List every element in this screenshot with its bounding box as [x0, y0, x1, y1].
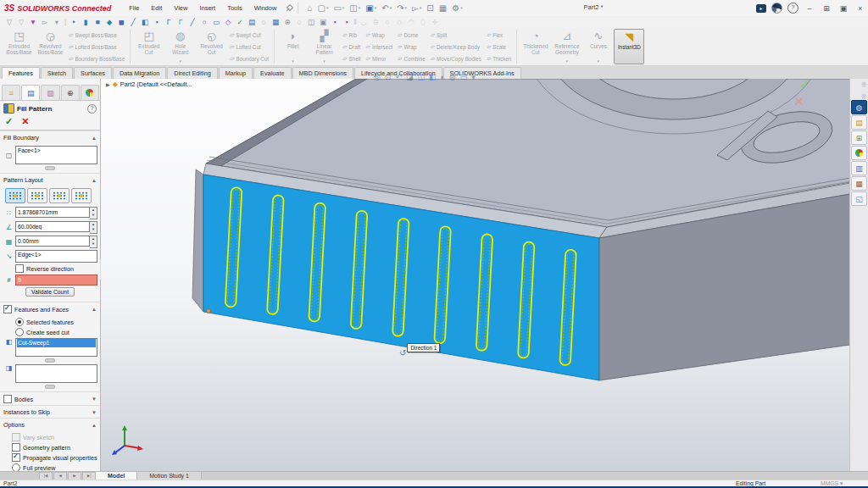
- collapse-chevron-icon[interactable]: ▲: [92, 178, 97, 183]
- minimize-button[interactable]: –: [804, 1, 815, 16]
- direction-rotate-handle-icon[interactable]: ↺: [399, 348, 406, 358]
- previous-view-icon[interactable]: ↶: [395, 72, 402, 82]
- expand-chevron-icon[interactable]: ▼: [92, 396, 97, 402]
- appearances-tab-icon[interactable]: [851, 146, 867, 160]
- create-seed-cut-radio[interactable]: [15, 328, 24, 336]
- section-view-icon[interactable]: ◪: [406, 72, 414, 82]
- model-left-side-face[interactable]: [192, 169, 203, 312]
- design-library-tab-icon[interactable]: ⊞: [851, 130, 867, 145]
- expand-chevron-icon[interactable]: ▼: [92, 410, 97, 415]
- hole-wizard-button[interactable]: ◍Hole Wizard▾: [164, 29, 196, 64]
- custom-properties-tab-icon[interactable]: ▥: [851, 161, 867, 175]
- caret-icon[interactable]: ▾: [51, 17, 63, 28]
- full-preview-radio[interactable]: [12, 463, 20, 471]
- expand-arrow-icon[interactable]: ▶: [106, 81, 110, 87]
- revolved-cut-button[interactable]: ◵Revolved Cut: [196, 29, 227, 64]
- featuremanager-tree-tab[interactable]: ≡: [2, 85, 20, 100]
- options-header[interactable]: Options ▲: [0, 418, 100, 430]
- print-icon[interactable]: ▣▾: [364, 3, 378, 14]
- forum-tab-icon[interactable]: ◱: [851, 191, 867, 206]
- sketch-point-icon[interactable]: •: [68, 17, 80, 28]
- intersect-button[interactable]: ▱Intersect: [366, 43, 393, 50]
- menu-tools[interactable]: Tools: [221, 2, 248, 14]
- caret-down-icon[interactable]: ▾: [323, 58, 326, 64]
- reverse-direction-checkbox[interactable]: [15, 264, 24, 273]
- collapse-chevron-icon[interactable]: ▲: [92, 423, 97, 428]
- spinner[interactable]: ▲▼: [90, 207, 97, 219]
- section-cube-icon[interactable]: ◫: [305, 17, 317, 28]
- diamond-tool-icon[interactable]: ◇: [222, 17, 234, 28]
- sheet-icon[interactable]: ▦: [437, 3, 448, 14]
- features-to-pattern-box[interactable]: Cut-Sweep1: [15, 338, 97, 357]
- view-circle-icon[interactable]: ○: [381, 17, 393, 28]
- tab-evaluate[interactable]: Evaluate: [253, 67, 291, 79]
- attach-icon[interactable]: ⊡: [425, 3, 435, 14]
- instances-to-skip-header[interactable]: Instances to Skip ▼: [0, 405, 100, 418]
- restore-button[interactable]: ▣: [837, 1, 849, 16]
- view-minus-icon[interactable]: ⊖: [370, 17, 381, 28]
- resize-handle[interactable]: [45, 385, 55, 389]
- features-faces-checkbox[interactable]: [3, 305, 12, 313]
- slash-tool-icon[interactable]: ╱: [186, 17, 198, 28]
- margin-input[interactable]: [15, 236, 90, 247]
- scale-button[interactable]: ▱Scale: [487, 43, 511, 50]
- selected-features-radio[interactable]: [15, 318, 24, 326]
- instance-spacing-input[interactable]: [15, 207, 90, 218]
- fillet-button[interactable]: ◗Fillet▾: [277, 29, 309, 64]
- split-button[interactable]: ▱Split: [431, 31, 481, 38]
- spinner[interactable]: ▲▼: [90, 221, 97, 234]
- wrap-button[interactable]: ▱Wrap: [366, 31, 393, 38]
- tab-direct-editing[interactable]: Direct Editing: [167, 67, 217, 79]
- view-settings-icon[interactable]: ▭: [460, 72, 468, 82]
- axis-tool-icon[interactable]: ⊕: [281, 17, 293, 28]
- open-document-icon[interactable]: ▭▾: [331, 3, 346, 14]
- menu-edit[interactable]: Edit: [145, 2, 168, 14]
- table-tool-icon[interactable]: ▤: [246, 17, 258, 28]
- flyout-feature-tree[interactable]: ▶ ◆ Part2 (Default <<Default...: [106, 80, 192, 88]
- file-explorer-tab-icon[interactable]: ▤: [851, 115, 867, 130]
- select-tool-icon[interactable]: ▻▾: [410, 3, 423, 14]
- shell-button[interactable]: ▱Shell: [342, 55, 360, 62]
- filter-down-icon[interactable]: ▽: [3, 17, 15, 28]
- faces-to-pattern-box[interactable]: [15, 364, 97, 383]
- redo-icon[interactable]: ↷▾: [395, 3, 409, 14]
- direction-callout[interactable]: ↺ Direction 1: [399, 343, 440, 358]
- view-settings-caret[interactable]: ▾: [471, 72, 476, 82]
- pin-menu-icon[interactable]: [284, 4, 292, 13]
- edit-appearance-icon[interactable]: ◍: [449, 72, 456, 82]
- geometry-pattern-checkbox[interactable]: [12, 443, 20, 452]
- search-glass-icon[interactable]: ◌: [258, 17, 270, 28]
- thicken-button[interactable]: ▱Thicken: [487, 55, 511, 62]
- mirror-button[interactable]: ▱Mirror: [366, 55, 393, 62]
- menu-window[interactable]: Window: [248, 2, 283, 14]
- corner-tool-icon[interactable]: Γ: [163, 17, 175, 28]
- caret-down-icon[interactable]: ▾: [598, 58, 600, 64]
- teal-solid-icon[interactable]: ◆: [103, 17, 115, 28]
- tab-surfaces[interactable]: Surfaces: [74, 67, 112, 79]
- pattern-direction-box[interactable]: Edge<1>: [15, 250, 97, 263]
- move-copy-bodies-button[interactable]: ▱Move/Copy Bodies: [431, 55, 481, 62]
- square-layout-button[interactable]: [49, 188, 70, 203]
- displaymanager-tab[interactable]: [81, 85, 99, 100]
- shape-round-icon[interactable]: ◠: [405, 17, 417, 28]
- home-icon[interactable]: ⌂: [305, 3, 314, 14]
- options-gear-icon[interactable]: ⚙▾: [450, 3, 464, 14]
- close-button[interactable]: ×: [854, 1, 866, 16]
- tab-features[interactable]: Features: [2, 67, 40, 79]
- small-dot-icon[interactable]: ▪: [151, 17, 163, 28]
- extruded-boss-base-button[interactable]: ◳Extruded Boss/Base: [3, 29, 35, 64]
- graphics-viewport[interactable]: ▶ ◆ Part2 (Default <<Default... ◎⊡↶◪◫◧◐◍…: [101, 79, 850, 471]
- draft-button[interactable]: ▱Draft: [342, 43, 360, 50]
- instant3d-button[interactable]: ◥Instant3D: [614, 29, 644, 64]
- instance-count-input[interactable]: [15, 274, 97, 286]
- boundary-cut-button[interactable]: ▱Boundary Cut: [230, 55, 269, 62]
- zoom-area-icon[interactable]: ⊡: [385, 72, 392, 82]
- linear-pattern-button[interactable]: ▞Linear Pattern▾: [309, 29, 340, 64]
- toolbox-tab-icon[interactable]: ▦: [851, 176, 867, 191]
- bodies-header[interactable]: Bodies ▼: [0, 391, 100, 405]
- select-cursor-icon[interactable]: ▻: [39, 17, 51, 28]
- ok-button[interactable]: ✓: [5, 116, 13, 127]
- flex-button[interactable]: ▱Flex: [487, 31, 511, 38]
- fill-boundary-selection-box[interactable]: Face<1>: [15, 146, 97, 164]
- tab-mbd-dimensions[interactable]: MBD Dimensions: [292, 67, 353, 79]
